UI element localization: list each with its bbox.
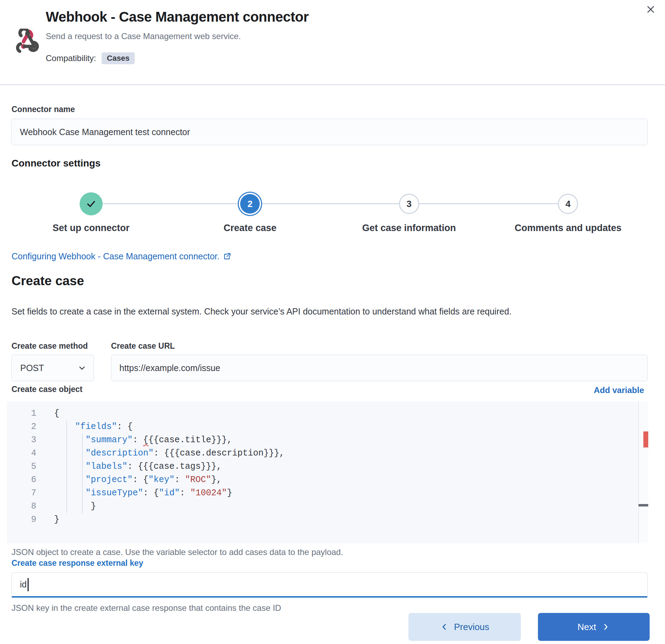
step-get-case-information[interactable]: 3 Get case information — [330, 191, 489, 234]
webhook-connector-dialog: Webhook - Case Management connector Send… — [0, 0, 665, 644]
configuration-doc-link[interactable]: Configuring Webhook - Case Management co… — [12, 251, 231, 261]
line-number-gutter: 123456789 — [7, 407, 38, 526]
connector-name-input[interactable] — [12, 119, 648, 145]
connector-settings-heading: Connector settings — [12, 158, 101, 169]
connector-name-label: Connector name — [12, 105, 75, 114]
create-case-object-label: Create case object — [12, 385, 82, 394]
step-incomplete-circle: 3 — [399, 194, 419, 214]
create-case-url-input[interactable] — [111, 355, 648, 381]
external-key-value: id — [20, 579, 27, 590]
external-key-label[interactable]: Create case response external key — [12, 558, 143, 568]
method-select[interactable]: POST — [12, 355, 94, 381]
compatibility-row: Compatibility: Cases — [46, 52, 135, 64]
page-title: Webhook - Case Management connector — [46, 9, 309, 25]
next-button[interactable]: Next — [538, 613, 650, 641]
json-code-editor[interactable]: 123456789 { "fields": { "summary": {{{ca… — [7, 401, 648, 543]
compatibility-label: Compatibility: — [46, 53, 96, 63]
steps-progress: Set up connector 2 Create case 3 Get cas… — [12, 191, 648, 234]
create-case-url-label: Create case URL — [111, 341, 175, 351]
create-case-description: Set fields to create a case in the exter… — [12, 306, 511, 317]
error-marker — [643, 431, 648, 447]
header-divider — [0, 84, 665, 85]
external-key-input[interactable]: id — [12, 572, 648, 598]
previous-button[interactable]: Previous — [408, 613, 521, 641]
step-label: Create case — [223, 223, 276, 234]
external-link-icon — [223, 253, 231, 260]
connector-name-field — [12, 119, 648, 145]
page-subtitle: Send a request to a Case Management web … — [46, 31, 241, 41]
external-key-helper-text: JSON key in the create external case res… — [12, 603, 281, 613]
step-label: Comments and updates — [515, 223, 621, 234]
step-incomplete-circle: 4 — [558, 194, 578, 214]
step-label: Set up connector — [52, 223, 130, 234]
step-current-circle: 2 — [240, 194, 260, 214]
create-case-heading: Create case — [12, 274, 84, 288]
chevron-left-icon — [440, 622, 449, 631]
previous-button-label: Previous — [454, 622, 489, 632]
next-button-label: Next — [577, 622, 596, 632]
step-create-case[interactable]: 2 Create case — [171, 191, 330, 234]
cursor-position-marker — [638, 504, 648, 506]
chevron-down-icon — [77, 363, 87, 372]
editor-overview-ruler[interactable] — [638, 401, 648, 543]
chevron-right-icon — [601, 622, 610, 631]
object-helper-text: JSON object to create a case. Use the va… — [12, 547, 343, 557]
check-icon — [86, 198, 97, 209]
code-lines: { "fields": { "summary": {{{case.title}}… — [54, 407, 285, 526]
method-select-value: POST — [20, 363, 44, 373]
text-cursor — [28, 578, 29, 591]
add-variable-link[interactable]: Add variable — [594, 385, 644, 395]
create-case-method-label: Create case method — [12, 341, 88, 351]
step-complete-circle — [80, 192, 103, 215]
close-icon[interactable] — [645, 3, 657, 15]
create-case-url-field — [111, 355, 648, 381]
step-setup-connector[interactable]: Set up connector — [12, 191, 171, 234]
webhook-logo-icon — [15, 29, 40, 54]
doc-link-text: Configuring Webhook - Case Management co… — [12, 251, 220, 261]
step-label: Get case information — [362, 223, 456, 234]
compatibility-badge: Cases — [102, 52, 135, 64]
step-comments-and-updates[interactable]: 4 Comments and updates — [489, 191, 648, 234]
